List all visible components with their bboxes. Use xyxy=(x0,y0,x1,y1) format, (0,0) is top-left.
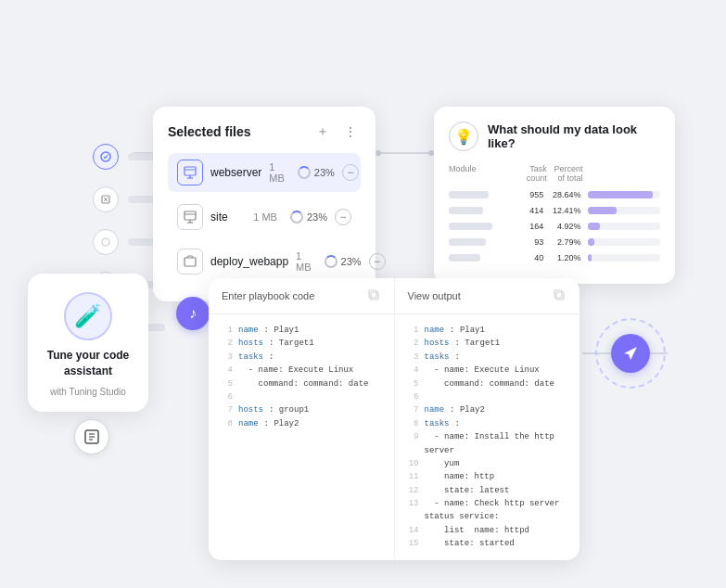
tune-card: 🧪 Tune your code assistant with Tuning S… xyxy=(28,274,148,412)
spinner-icon-webserver xyxy=(298,166,311,179)
data-bar-3 xyxy=(588,223,660,230)
code-tab-input[interactable]: Enter playbook code xyxy=(209,278,395,313)
code-pane-input[interactable]: 1name: Play1 2hosts: Target1 3tasks: 4 -… xyxy=(209,314,395,560)
data-row-3: 164 4.92% xyxy=(449,222,660,231)
file-item-deploy[interactable]: deploy_webapp 1 MB 23% − xyxy=(168,242,361,281)
data-bar-fill-5 xyxy=(588,254,591,262)
code-line-l3: 3tasks: xyxy=(220,351,383,364)
module-bar-5 xyxy=(449,254,506,262)
file-item-webserver[interactable]: webserver 1 MB 23% − xyxy=(168,153,361,192)
copy-icon-left xyxy=(368,289,381,302)
code-line-r13: 13 - name: Check http server status serv… xyxy=(406,497,569,524)
code-line-r5: 5 command: command: date xyxy=(406,377,569,390)
data-count-3: 164 xyxy=(510,222,543,231)
svg-rect-27 xyxy=(554,290,562,298)
data-panel-header: 💡 What should my data look like? xyxy=(449,121,660,151)
col-count-header: Task count xyxy=(511,164,547,183)
data-panel: 💡 What should my data look like? Module … xyxy=(434,107,675,284)
sidebar-icon-3[interactable] xyxy=(93,229,119,255)
col-module-header: Module xyxy=(449,164,511,183)
data-row-4: 93 2.79% xyxy=(449,237,660,247)
panel-title: Selected files xyxy=(168,124,251,139)
code-line-r3: 3tasks: xyxy=(406,351,569,364)
code-pane-output: 1name: Play1 2hosts: Target1 3tasks: 4 -… xyxy=(395,314,580,560)
file-icon-site xyxy=(177,204,203,230)
file-size-webserver: 1 MB xyxy=(269,161,285,184)
music-bubble[interactable]: ♪ xyxy=(176,297,210,330)
bottom-icon-button[interactable] xyxy=(74,419,109,454)
code-line-l2: 2hosts: Target1 xyxy=(220,337,383,350)
svg-rect-19 xyxy=(185,211,196,220)
svg-rect-23 xyxy=(185,258,196,266)
data-bar-1 xyxy=(588,191,660,198)
selected-files-panel: Selected files ＋ ⋮ webserver 1 MB 23% − xyxy=(153,107,376,301)
data-count-1: 955 xyxy=(510,190,543,199)
svg-rect-26 xyxy=(556,292,564,300)
data-bar-fill-3 xyxy=(588,223,599,230)
code-line-r6: 6 xyxy=(406,390,569,403)
code-line-r15: 15 state: started xyxy=(406,537,569,550)
sidebar-icon-1[interactable] xyxy=(93,144,119,170)
code-line-r1: 1name: Play1 xyxy=(406,324,569,337)
code-panel-header: Enter playbook code View output xyxy=(209,278,580,314)
data-bar-fill-1 xyxy=(588,191,653,198)
code-tab-output[interactable]: View output xyxy=(395,278,580,313)
code-panel: Enter playbook code View output 1name: P… xyxy=(209,278,580,560)
remove-deploy-button[interactable]: − xyxy=(369,253,386,270)
data-panel-title: What should my data look like? xyxy=(488,122,660,150)
code-line-l4: 4 - name: Execute Linux xyxy=(220,364,383,377)
file-progress-webserver: 23% xyxy=(298,166,335,179)
code-line-l5: 5 command: command: date xyxy=(220,377,383,390)
add-file-button[interactable]: ＋ xyxy=(312,121,333,142)
panel-header: Selected files ＋ ⋮ xyxy=(168,121,361,142)
file-percent-webserver: 23% xyxy=(314,167,335,178)
sidebar-icon-2[interactable] xyxy=(93,186,119,212)
svg-rect-24 xyxy=(371,292,378,300)
svg-point-6 xyxy=(376,150,381,156)
data-row-1: 955 28.64% xyxy=(449,190,660,199)
data-percent-1: 28.64% xyxy=(547,190,580,199)
send-button[interactable] xyxy=(611,334,650,373)
spinner-icon-deploy xyxy=(325,255,338,268)
data-bar-fill-4 xyxy=(588,238,594,246)
scene: Selected files ＋ ⋮ webserver 1 MB 23% − xyxy=(0,0,726,588)
remove-site-button[interactable]: − xyxy=(335,209,351,225)
file-percent-site: 23% xyxy=(307,211,327,223)
svg-rect-15 xyxy=(185,167,196,175)
data-table: Module Task count Percent of total 955 2… xyxy=(449,164,660,262)
spinner-icon-site xyxy=(290,211,303,224)
more-options-button[interactable]: ⋮ xyxy=(340,121,361,142)
file-size-site: 1 MB xyxy=(253,211,277,223)
data-bar-4 xyxy=(588,238,660,246)
data-percent-5: 1.20% xyxy=(547,253,580,262)
file-icon-deploy xyxy=(177,249,203,275)
code-line-r2: 2hosts: Target1 xyxy=(406,337,569,350)
code-line-l8: 8name: Play2 xyxy=(220,417,383,430)
code-line-r7: 7name: Play2 xyxy=(406,403,569,416)
code-line-l1: 1name: Play1 xyxy=(220,324,383,337)
data-table-header: Module Task count Percent of total xyxy=(449,164,660,183)
file-name-deploy: deploy_webapp xyxy=(210,255,288,268)
file-size-deploy: 1 MB xyxy=(296,250,312,273)
file-icon-webserver xyxy=(177,160,203,185)
data-row-2: 414 12.41% xyxy=(449,206,660,215)
col-percent-header: Percent of total xyxy=(547,164,583,183)
data-percent-3: 4.92% xyxy=(547,222,580,231)
code-line-r10: 10 yum xyxy=(406,457,569,470)
tune-icon: 🧪 xyxy=(64,292,112,340)
file-progress-site: 23% xyxy=(290,211,327,224)
code-line-l6: 6 xyxy=(220,390,383,403)
data-bar-fill-2 xyxy=(588,207,616,214)
code-line-r11: 11 name: http xyxy=(406,470,569,483)
data-percent-4: 2.79% xyxy=(547,237,580,247)
data-count-5: 40 xyxy=(510,253,543,262)
file-name-site: site xyxy=(210,211,246,224)
module-bar-3 xyxy=(449,223,506,230)
code-line-r9: 9 - name: Install the http server xyxy=(406,430,569,457)
file-progress-deploy: 23% xyxy=(325,255,362,268)
code-line-r14: 14 list name: httpd xyxy=(406,524,569,537)
data-percent-2: 12.41% xyxy=(547,206,580,215)
module-bar-2 xyxy=(449,207,506,214)
remove-webserver-button[interactable]: − xyxy=(342,164,359,181)
file-item-site[interactable]: site 1 MB 23% − xyxy=(168,198,361,236)
